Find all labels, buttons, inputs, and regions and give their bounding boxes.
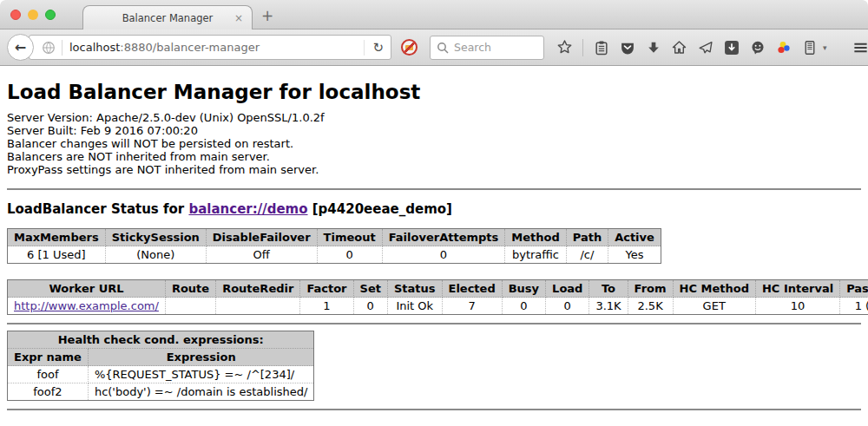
col-hc-interval: HC Interval: [755, 280, 839, 298]
col-hc-method: HC Method: [673, 280, 755, 298]
extension-download-icon[interactable]: [723, 39, 740, 56]
cell-set: 0: [353, 298, 387, 315]
col-worker-url: Worker URL: [8, 280, 166, 298]
balancer-settings-table: MaxMembers StickySession DisableFailover…: [7, 228, 661, 264]
col-expression: Expression: [88, 349, 314, 366]
browser-tab[interactable]: Balancer Manager ×: [82, 5, 253, 30]
col-status: Status: [387, 280, 442, 298]
downloads-icon[interactable]: [645, 39, 661, 56]
cell-to: 3.1K: [589, 298, 628, 315]
inherit-warning-line: Balancers are NOT inherited from main se…: [7, 150, 861, 163]
section-divider: [7, 409, 861, 410]
col-from: From: [628, 280, 673, 298]
minimize-window-button[interactable]: [28, 10, 38, 20]
cell-from: 2.5K: [628, 298, 673, 315]
cell-expression: %{REQUEST_STATUS} =~ /^[234]/: [88, 366, 314, 383]
col-active: Active: [608, 229, 661, 246]
reload-icon[interactable]: ↻: [364, 40, 384, 56]
col-method: Method: [505, 229, 566, 246]
cell-status: Init Ok: [387, 298, 442, 315]
table-header-row: MaxMembers StickySession DisableFailover…: [8, 229, 661, 246]
page-title: Load Balancer Manager for localhost: [7, 81, 861, 103]
cell-active: Yes: [608, 246, 661, 264]
table-title-row: Health check cond. expressions:: [8, 331, 314, 349]
cell-expr-name: foof: [8, 366, 89, 383]
plugin-blocked-icon[interactable]: [401, 39, 418, 56]
col-set: Set: [353, 280, 387, 298]
health-check-table: Health check cond. expressions: Expr nam…: [7, 331, 314, 401]
url-domain: localhost: [69, 41, 120, 54]
search-input[interactable]: [454, 41, 532, 54]
col-disablefailover: DisableFailover: [206, 229, 317, 246]
reading-list-icon[interactable]: [593, 39, 609, 56]
server-built-line: Server Built: Feb 9 2016 07:00:20: [7, 124, 861, 137]
table-header-row: Worker URL Route RouteRedir Factor Set S…: [8, 280, 868, 298]
col-busy: Busy: [502, 280, 545, 298]
cell-maxmembers: 6 [1 Used]: [8, 246, 106, 264]
close-window-button[interactable]: [10, 10, 21, 20]
menu-hamburger-icon[interactable]: [852, 39, 868, 56]
tab-close-icon[interactable]: ×: [234, 12, 243, 24]
cell-hc-method: GET: [673, 298, 755, 315]
url-bar[interactable]: localhost:8880/balancer-manager ↻: [29, 35, 391, 60]
table-row: 6 [1 Used] (None) Off 0 0 bytraffic /c/ …: [8, 246, 661, 264]
cell-load: 0: [546, 298, 589, 315]
send-tab-icon[interactable]: [697, 39, 713, 56]
server-version-line: Server Version: Apache/2.5.0-dev (Unix) …: [7, 111, 861, 124]
bookmark-star-icon[interactable]: [556, 39, 573, 56]
page-content: Load Balancer Manager for localhost Serv…: [0, 81, 868, 410]
container-extension-icon[interactable]: [801, 39, 818, 56]
search-icon: [437, 42, 449, 54]
worker-table: Worker URL Route RouteRedir Factor Set S…: [7, 279, 868, 315]
toolbar-icons: ▾: [556, 39, 868, 56]
col-passes: Passes: [840, 280, 868, 298]
table-row: foof %{REQUEST_STATUS} =~ /^[234]/: [8, 366, 314, 383]
col-elected: Elected: [442, 280, 502, 298]
balancer-demo-link[interactable]: balancer://demo: [188, 201, 307, 217]
section-divider: [7, 323, 861, 324]
colored-dots-extension-icon[interactable]: [775, 39, 792, 56]
section-divider: [7, 188, 861, 190]
dropdown-caret-icon[interactable]: ▾: [823, 43, 827, 52]
browser-window: Balancer Manager × + ← localhost:8880/ba…: [0, 0, 868, 426]
server-info: Server Version: Apache/2.5.0-dev (Unix) …: [7, 111, 861, 176]
cell-expression: hc('body') =~ /domain is established/: [88, 383, 314, 401]
persist-warning-line: Balancer changes will NOT be persisted o…: [7, 137, 861, 150]
cell-worker-url: http://www.example.com/: [8, 298, 166, 315]
back-button[interactable]: ←: [7, 34, 34, 61]
col-failoverattempts: FailoverAttempts: [382, 229, 505, 246]
search-bar[interactable]: [430, 36, 544, 60]
home-icon[interactable]: [671, 39, 687, 56]
worker-row: http://www.example.com/ 1 0 Init Ok 7 0 …: [8, 298, 868, 315]
cell-disablefailover: Off: [206, 246, 317, 264]
col-stickysession: StickySession: [105, 229, 206, 246]
cell-path: /c/: [566, 246, 608, 264]
feedback-smiley-icon[interactable]: [749, 39, 766, 56]
new-tab-button[interactable]: +: [261, 7, 273, 24]
cell-timeout: 0: [317, 246, 382, 264]
tab-bar: Balancer Manager × +: [0, 0, 868, 29]
cell-elected: 7: [442, 298, 502, 315]
cell-factor: 1: [300, 298, 353, 315]
worker-url-link[interactable]: http://www.example.com/: [14, 299, 159, 312]
cell-stickysession: (None): [105, 246, 206, 264]
url-text[interactable]: localhost:8880/balancer-manager: [69, 41, 358, 54]
col-route: Route: [165, 280, 215, 298]
health-check-title: Health check cond. expressions:: [8, 331, 314, 349]
window-controls: [10, 10, 56, 20]
col-load: Load: [546, 280, 589, 298]
zoom-window-button[interactable]: [45, 10, 56, 20]
proxypass-warning-line: ProxyPass settings are NOT inherited fro…: [7, 163, 861, 176]
loadbalancer-status-heading: LoadBalancer Status for balancer://demo …: [7, 201, 861, 217]
col-routeredir: RouteRedir: [216, 280, 300, 298]
cell-expr-name: foof2: [8, 383, 89, 401]
url-path: :8880/balancer-manager: [120, 41, 260, 54]
pocket-icon[interactable]: [619, 39, 635, 56]
col-factor: Factor: [300, 280, 353, 298]
table-row: foof2 hc('body') =~ /domain is establish…: [8, 383, 314, 401]
table-header-row: Expr name Expression: [8, 349, 314, 366]
cell-failoverattempts: 0: [382, 246, 505, 264]
cell-routeredir: [216, 298, 300, 315]
toolbar-separator: [582, 39, 583, 56]
col-to: To: [589, 280, 628, 298]
